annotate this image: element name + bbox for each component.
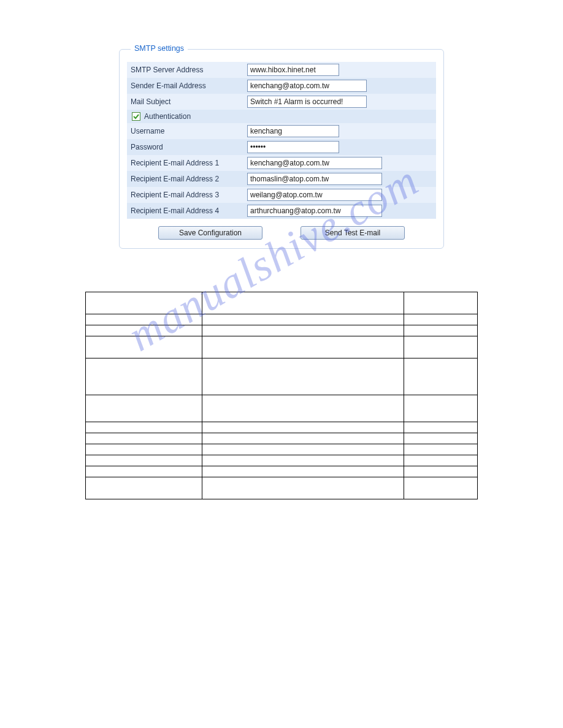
smtp-settings-fieldset: SMTP settings SMTP Server Address Sender… (119, 49, 444, 249)
save-configuration-button[interactable]: Save Configuration (158, 226, 262, 240)
row-subject: Mail Subject (127, 94, 436, 110)
cell-username-input (243, 123, 436, 139)
button-row: Save Configuration Send Test E-mail (127, 226, 436, 240)
checkbox-checked-icon (132, 112, 140, 121)
cell-sender-input (243, 78, 436, 94)
username-input[interactable] (247, 125, 339, 137)
row-recip2: Recipient E-mail Address 2 (127, 171, 436, 187)
label-recip4: Recipient E-mail Address 4 (127, 203, 243, 219)
table-row (86, 477, 478, 499)
label-recip1: Recipient E-mail Address 1 (127, 155, 243, 171)
row-server: SMTP Server Address (127, 62, 436, 78)
table-row (86, 395, 478, 422)
table-row (86, 336, 478, 358)
row-sender: Sender E-mail Address (127, 78, 436, 94)
recipient3-input[interactable] (247, 189, 382, 201)
label-password: Password (127, 139, 243, 155)
cell-recip4-input (243, 203, 436, 219)
label-subject: Mail Subject (127, 94, 243, 110)
table-row (86, 466, 478, 477)
table-row (86, 422, 478, 433)
cell-password-input (243, 139, 436, 155)
cell-auth: Authentication (127, 110, 436, 123)
password-input[interactable] (247, 141, 339, 153)
description-table (85, 292, 478, 499)
recipient2-input[interactable] (247, 173, 382, 185)
cell-subject-input (243, 94, 436, 110)
mail-subject-input[interactable] (247, 96, 367, 108)
smtp-form-table: SMTP Server Address Sender E-mail Addres… (127, 62, 436, 219)
table-row (86, 444, 478, 455)
cell-recip3-input (243, 187, 436, 203)
row-recip4: Recipient E-mail Address 4 (127, 203, 436, 219)
smtp-legend: SMTP settings (131, 44, 188, 53)
table-row (86, 314, 478, 325)
row-recip1: Recipient E-mail Address 1 (127, 155, 436, 171)
send-test-email-button[interactable]: Send Test E-mail (301, 226, 405, 240)
cell-server-input (243, 62, 436, 78)
auth-label: Authentication (144, 112, 191, 121)
table-row (86, 292, 478, 314)
cell-recip1-input (243, 155, 436, 171)
table-row (86, 325, 478, 336)
row-password: Password (127, 139, 436, 155)
row-username: Username (127, 123, 436, 139)
sender-email-input[interactable] (247, 80, 367, 92)
label-username: Username (127, 123, 243, 139)
row-recip3: Recipient E-mail Address 3 (127, 187, 436, 203)
table-row (86, 455, 478, 466)
label-recip2: Recipient E-mail Address 2 (127, 171, 243, 187)
recipient4-input[interactable] (247, 205, 382, 217)
table-row (86, 433, 478, 444)
cell-recip2-input (243, 171, 436, 187)
table-row (86, 358, 478, 395)
label-sender: Sender E-mail Address (127, 78, 243, 94)
recipient1-input[interactable] (247, 157, 382, 169)
auth-checkbox-wrap[interactable]: Authentication (132, 112, 191, 121)
row-auth: Authentication (127, 110, 436, 123)
label-recip3: Recipient E-mail Address 3 (127, 187, 243, 203)
smtp-server-input[interactable] (247, 64, 339, 76)
label-server: SMTP Server Address (127, 62, 243, 78)
